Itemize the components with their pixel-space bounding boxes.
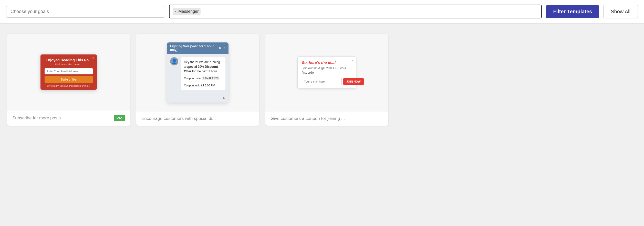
join-now-button[interactable]: JOIN NOW: [343, 78, 364, 85]
card-2-footer: Encourage customers with special di...: [136, 111, 259, 126]
coupon-popup-close[interactable]: ×: [351, 58, 354, 62]
deal-title: So, here's the deal..: [302, 60, 352, 65]
filter-templates-button[interactable]: Filter Templates: [546, 5, 599, 18]
tag-close-icon[interactable]: ×: [175, 10, 177, 13]
subscribe-popup-title: Enjoyed Reading This Po...: [45, 58, 93, 62]
subscribe-popup: × Enjoyed Reading This Po... Get more li…: [40, 54, 97, 90]
deal-description: Join our list & get 20% OFF your first o…: [302, 66, 352, 75]
subscribe-email-input[interactable]: [45, 68, 93, 74]
card-3-preview: × So, here's the deal.. Join our list & …: [265, 34, 388, 111]
card-2-preview: Lighting Sale [Valid for 1 hour only] ⚙ …: [136, 34, 259, 111]
coupon-line: Coupon code: L0YALTY20: [184, 76, 222, 81]
card-messenger: Lighting Sale [Valid for 1 hour only] ⚙ …: [136, 34, 259, 126]
card-3-footer: Give customers a coupon for joining ...: [265, 111, 388, 126]
pro-badge: Pro: [114, 115, 125, 121]
unsubscribe-note: Give it a try, you can unsubscribe anyti…: [45, 85, 93, 87]
card-coupon: × So, here's the deal.. Join our list & …: [265, 34, 388, 126]
messenger-body: 👤 Hey there! We are running a special 20…: [167, 54, 228, 94]
card-subscribe: × Enjoyed Reading This Po... Get more li…: [7, 34, 130, 126]
messenger-close-icon[interactable]: ×: [224, 46, 225, 50]
message-text-2: for the next 1 hour.: [191, 70, 218, 73]
send-icon[interactable]: ➤: [222, 96, 225, 100]
avatar: 👤: [170, 57, 178, 65]
messenger-header-title: Lighting Sale [Valid for 1 hour only]: [170, 44, 219, 52]
card-1-footer: Subscribe for more posts Pro: [7, 110, 130, 126]
gear-icon[interactable]: ⚙: [219, 46, 222, 50]
coupon-label: Coupon code:: [184, 77, 202, 80]
show-all-button[interactable]: Show All: [603, 5, 638, 18]
coupon-email-row: JOIN NOW: [302, 78, 352, 85]
card-1-preview: × Enjoyed Reading This Po... Get more li…: [7, 34, 130, 110]
messenger-footer: ➤: [167, 94, 228, 103]
top-bar: × Messenger Filter Templates Show All: [0, 0, 644, 23]
cards-section: × Enjoyed Reading This Po... Get more li…: [0, 24, 644, 136]
coupon-popup: × So, here's the deal.. Join our list & …: [297, 56, 356, 88]
coupon-email-input[interactable]: [302, 78, 342, 85]
messenger-header-icons: ⚙ ×: [219, 46, 225, 50]
goals-input[interactable]: [6, 6, 165, 18]
messenger-header: Lighting Sale [Valid for 1 hour only] ⚙ …: [167, 42, 228, 54]
subscribe-popup-subtitle: Get more like these...: [45, 63, 93, 66]
messenger-popup: Lighting Sale [Valid for 1 hour only] ⚙ …: [167, 42, 228, 103]
coupon-valid-line: Coupon valid till 3:00 PM: [184, 83, 222, 88]
messenger-bubble: Hey there! We are running a special 20% …: [181, 57, 225, 90]
messenger-tag: × Messenger: [173, 8, 201, 15]
card-2-title: Encourage customers with special di...: [141, 116, 216, 121]
tag-label: Messenger: [178, 9, 199, 14]
subscribe-popup-close[interactable]: ×: [92, 56, 94, 60]
filter-tag-input: × Messenger: [169, 5, 542, 18]
card-1-title: Subscribe for more posts: [12, 116, 61, 121]
coupon-code: L0YALTY20: [202, 76, 220, 80]
tag-text-input[interactable]: [203, 9, 538, 14]
card-3-title: Give customers a coupon for joining ...: [271, 116, 345, 121]
subscribe-button[interactable]: Subscribe: [45, 76, 93, 83]
